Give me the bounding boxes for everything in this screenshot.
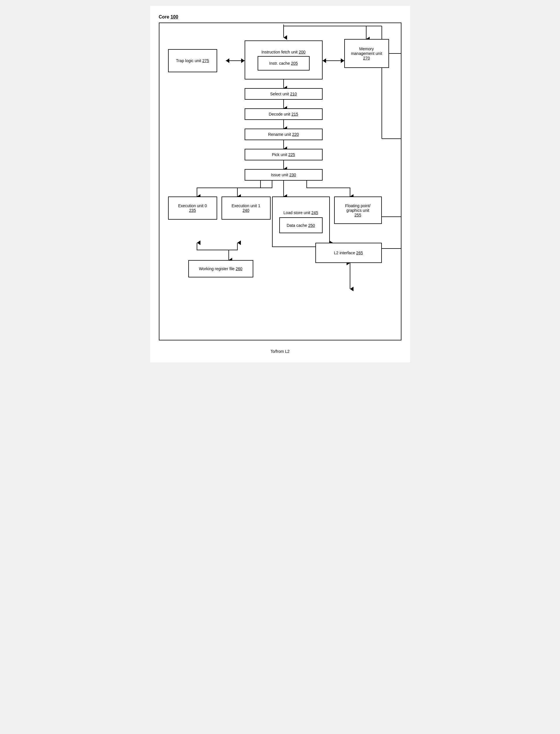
decode-label: Decode unit 215	[269, 112, 298, 116]
l2-interface-box: L2 interface 265	[315, 243, 382, 263]
pick-label: Pick unit 225	[272, 152, 295, 157]
core-label: Core 100	[159, 14, 401, 20]
issue-label: Issue unit 230	[271, 172, 296, 177]
load-store-label: Load store unit 245	[284, 210, 318, 215]
to-from-label: To/from L2	[159, 349, 401, 354]
trap-logic-label: Trap logic unit 275	[176, 58, 209, 63]
decode-box: Decode unit 215	[245, 108, 323, 120]
load-store-box: Load store unit 245 Data cache 250	[272, 196, 330, 247]
mem-mgmt-label: Memorymanagement unit270	[351, 47, 382, 60]
exec0-label: Execution unit 0235	[178, 203, 207, 213]
pick-box: Pick unit 225	[245, 149, 323, 160]
instr-fetch-label: Instruction fetch unit 200	[261, 50, 306, 54]
select-box: Select unit 210	[245, 88, 323, 100]
float-point-box: Floating point/graphics unit255	[334, 196, 382, 224]
working-reg-box: Working register file 260	[188, 260, 253, 277]
data-cache-label: Data cache 250	[286, 223, 315, 228]
exec1-label: Execution unit 1240	[232, 203, 261, 213]
exec1-box: Execution unit 1240	[222, 196, 271, 220]
float-point-label: Floating point/graphics unit255	[345, 203, 371, 217]
diagram-container: Trap logic unit 275 Instruction fetch un…	[159, 23, 401, 340]
rename-box: Rename unit 220	[245, 129, 323, 140]
working-reg-label: Working register file 260	[199, 266, 243, 271]
issue-box: Issue unit 230	[245, 169, 323, 181]
instr-cache-box: Instr. cache 205	[258, 56, 310, 70]
core-number: 100	[170, 14, 178, 19]
data-cache-box: Data cache 250	[279, 217, 323, 233]
rename-label: Rename unit 220	[268, 132, 299, 137]
page: Core 100	[150, 6, 410, 362]
mem-mgmt-box: Memorymanagement unit270	[344, 39, 389, 68]
instr-cache-label: Instr. cache 205	[269, 61, 298, 66]
l2-interface-label: L2 interface 265	[334, 250, 363, 255]
select-label: Select unit 210	[270, 92, 297, 96]
instr-fetch-box: Instruction fetch unit 200 Instr. cache …	[245, 40, 323, 79]
exec0-box: Execution unit 0235	[168, 196, 217, 220]
trap-logic-box: Trap logic unit 275	[168, 49, 217, 72]
